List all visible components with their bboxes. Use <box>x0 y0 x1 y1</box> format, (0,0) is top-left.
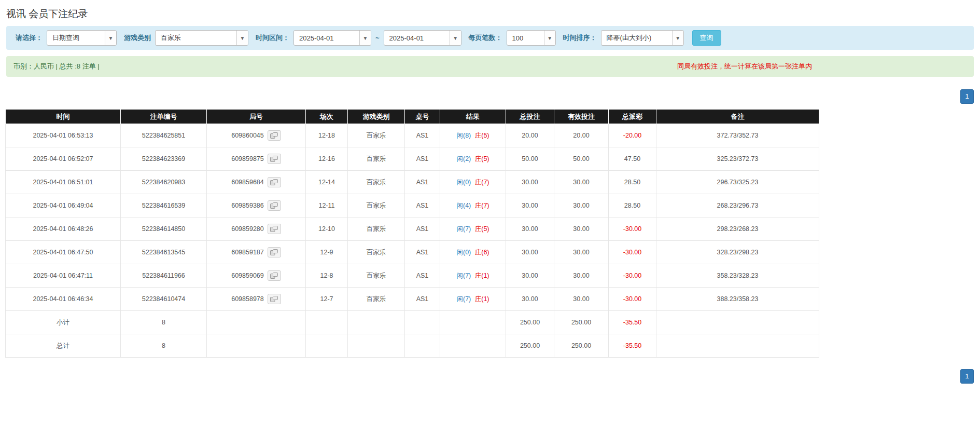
cell-time: 2025-04-01 06:47:11 <box>6 264 121 288</box>
date-to-value: 2025-04-01 <box>384 31 450 45</box>
cell-payout: -30.00 <box>609 288 656 311</box>
cell-round-id: 609859187 <box>207 241 306 264</box>
table-row: 2025-04-01 06:52:07 522384623369 6098598… <box>6 147 819 171</box>
subtotal-count: 8 <box>121 311 207 334</box>
round-id-text: 609859069 <box>231 272 264 279</box>
cell-total-bet[interactable]: 30.00 <box>506 264 554 288</box>
round-result-icon[interactable] <box>268 200 281 211</box>
subtotal-total-bet: 250.00 <box>506 311 554 334</box>
select-type-label: 请选择： <box>16 33 43 43</box>
chevron-down-icon: ▼ <box>105 31 116 45</box>
chevron-down-icon: ▼ <box>544 31 555 45</box>
cell-valid-bet: 30.00 <box>554 241 609 264</box>
chevron-down-icon: ▼ <box>359 31 371 45</box>
total-valid-bet: 250.00 <box>554 334 609 358</box>
table-row: 2025-04-01 06:48:26 522384614850 6098592… <box>6 217 819 241</box>
cell-total-bet[interactable]: 30.00 <box>506 241 554 264</box>
cell-session: 12-8 <box>306 264 348 288</box>
round-result-icon[interactable] <box>268 294 281 304</box>
game-type-select[interactable]: 百家乐 ▼ <box>155 30 248 46</box>
cell-total-bet[interactable]: 30.00 <box>506 217 554 241</box>
cell-result: 闲(4) 庄(7) <box>440 194 506 217</box>
round-result-icon[interactable] <box>268 224 281 234</box>
cell-total-bet[interactable]: 30.00 <box>506 171 554 194</box>
page-size-select[interactable]: 100 ▼ <box>507 30 556 46</box>
cell-bet-id: 522384613545 <box>121 241 207 264</box>
cell-total-bet[interactable]: 30.00 <box>506 194 554 217</box>
cell-session: 12-7 <box>306 288 348 311</box>
cell-session: 12-9 <box>306 241 348 264</box>
cell-valid-bet: 50.00 <box>554 147 609 171</box>
cell-payout: -30.00 <box>609 264 656 288</box>
cell-bet-id: 522384614850 <box>121 217 207 241</box>
query-button[interactable]: 查询 <box>692 30 721 46</box>
total-count: 8 <box>121 334 207 358</box>
result-player: 闲(8) <box>456 132 471 139</box>
total-label: 总计 <box>6 334 121 358</box>
cell-total-bet[interactable]: 30.00 <box>506 288 554 311</box>
result-player: 闲(7) <box>456 272 471 279</box>
query-type-value: 日期查询 <box>47 31 105 45</box>
round-result-icon[interactable] <box>268 177 281 187</box>
round-id-text: 609859280 <box>231 225 264 233</box>
round-result-icon[interactable] <box>268 130 281 141</box>
cell-time: 2025-04-01 06:53:13 <box>6 124 121 147</box>
cell-remark: 328.23/298.23 <box>656 241 819 264</box>
result-banker: 庄(6) <box>475 249 489 256</box>
round-id-text: 609859386 <box>231 202 264 209</box>
cell-result: 闲(8) 庄(5) <box>440 124 506 147</box>
cell-game-type: 百家乐 <box>348 171 405 194</box>
column-header: 游戏类别 <box>348 110 405 124</box>
cell-round-id: 609859875 <box>207 147 306 171</box>
betting-records-table: 时间注单编号局号场次游戏类别桌号结果总投注有效投注总派彩备注 2025-04-0… <box>5 109 819 358</box>
cell-game-type: 百家乐 <box>348 147 405 171</box>
cell-round-id: 609859684 <box>207 171 306 194</box>
column-header: 结果 <box>440 110 506 124</box>
cell-result: 闲(7) 庄(5) <box>440 217 506 241</box>
round-result-icon[interactable] <box>268 247 281 257</box>
page-size-label: 每页笔数： <box>469 33 502 43</box>
cell-remark: 372.73/352.73 <box>656 124 819 147</box>
cell-bet-id: 522384620983 <box>121 171 207 194</box>
table-row: 2025-04-01 06:47:50 522384613545 6098591… <box>6 241 819 264</box>
cell-payout: -30.00 <box>609 241 656 264</box>
result-banker: 庄(1) <box>475 272 489 279</box>
date-from-picker[interactable]: 2025-04-01 ▼ <box>293 30 371 46</box>
cell-valid-bet: 30.00 <box>554 264 609 288</box>
table-row: 2025-04-01 06:53:13 522384625851 6098600… <box>6 124 819 147</box>
cell-payout: 28.50 <box>609 194 656 217</box>
query-type-select[interactable]: 日期查询 ▼ <box>47 30 117 46</box>
cell-session: 12-11 <box>306 194 348 217</box>
page-size-value: 100 <box>507 31 544 45</box>
time-sort-select[interactable]: 降幂(由大到小) ▼ <box>601 30 684 46</box>
time-sort-value: 降幂(由大到小) <box>601 31 672 45</box>
cell-total-bet[interactable]: 50.00 <box>506 147 554 171</box>
round-result-icon[interactable] <box>268 270 281 281</box>
cell-time: 2025-04-01 06:48:26 <box>6 217 121 241</box>
notice-text: 同局有效投注，统一计算在该局第一张注单内 <box>677 62 967 71</box>
cell-bet-id: 522384625851 <box>121 124 207 147</box>
info-bar: 币别：人民币 | 总共 :8 注单 | 同局有效投注，统一计算在该局第一张注单内 <box>6 56 974 77</box>
cell-table-no: AS1 <box>405 147 440 171</box>
cell-session: 12-18 <box>306 124 348 147</box>
date-to-picker[interactable]: 2025-04-01 ▼ <box>384 30 461 46</box>
round-result-icon[interactable] <box>268 154 281 164</box>
page-button-1[interactable]: 1 <box>960 369 974 384</box>
cell-session: 12-16 <box>306 147 348 171</box>
result-banker: 庄(5) <box>475 155 489 162</box>
cell-total-bet[interactable]: 20.00 <box>506 124 554 147</box>
cell-time: 2025-04-01 06:47:50 <box>6 241 121 264</box>
result-banker: 庄(7) <box>475 202 489 209</box>
pagination-bottom: 1 <box>6 369 974 384</box>
cell-bet-id: 522384611966 <box>121 264 207 288</box>
round-id-text: 609858978 <box>231 295 264 303</box>
table-row: 2025-04-01 06:51:01 522384620983 6098596… <box>6 171 819 194</box>
chevron-down-icon: ▼ <box>450 31 461 45</box>
cell-remark: 298.23/268.23 <box>656 217 819 241</box>
cell-game-type: 百家乐 <box>348 241 405 264</box>
page-button-1[interactable]: 1 <box>960 89 974 104</box>
column-header: 总派彩 <box>609 110 656 124</box>
date-from-value: 2025-04-01 <box>294 31 359 45</box>
chevron-down-icon: ▼ <box>236 31 248 45</box>
cell-session: 12-14 <box>306 171 348 194</box>
